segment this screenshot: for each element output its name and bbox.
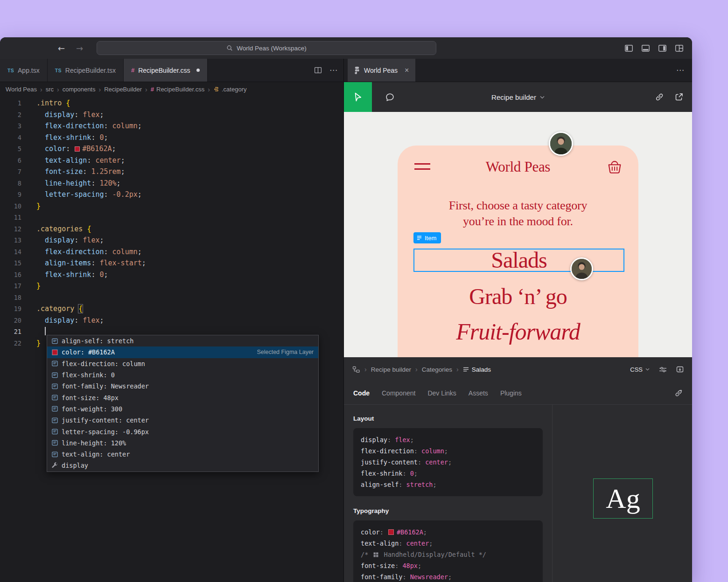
code-line[interactable]: 7 font-size: 1.25rem; bbox=[0, 166, 343, 178]
code-line[interactable]: 18 bbox=[0, 292, 343, 304]
language-selector[interactable]: CSS bbox=[630, 366, 650, 373]
suggest-item[interactable]: color: #B6162ASelected Figma Layer bbox=[47, 346, 318, 358]
code-line[interactable]: 5 color: #B6162A; bbox=[0, 143, 343, 155]
basket-icon[interactable] bbox=[606, 159, 623, 177]
breadcrumb-item[interactable]: src bbox=[46, 86, 54, 93]
suggest-item[interactable]: font-size: 48px bbox=[47, 392, 318, 403]
inspect-crumb-categories[interactable]: Categories bbox=[422, 366, 452, 373]
command-center[interactable]: World Peas (Workspace) bbox=[97, 41, 436, 55]
chevron-down-icon[interactable] bbox=[540, 96, 545, 99]
tab-label: RecipeBuilder.tsx bbox=[65, 67, 116, 74]
tab-app-tsx[interactable]: TS App.tsx bbox=[0, 59, 48, 82]
css-class-icon bbox=[213, 86, 219, 92]
suggest-item[interactable]: letter-spacing: -0.96px bbox=[47, 426, 318, 437]
brand-title[interactable]: World Peas bbox=[398, 159, 638, 175]
export-box-icon[interactable] bbox=[676, 366, 684, 373]
editor-pane: TS App.tsx TS RecipeBuilder.tsx # Recipe… bbox=[0, 59, 344, 582]
breadcrumb-file[interactable]: # RecipeBuilder.css bbox=[151, 86, 205, 93]
inspect-crumb-salads[interactable]: Salads bbox=[463, 366, 491, 373]
editor-layout-icon[interactable] bbox=[675, 44, 684, 53]
code-line[interactable]: 8 line-height: 120%; bbox=[0, 178, 343, 189]
layout-css-block[interactable]: display: flex;flex-direction: column;jus… bbox=[353, 428, 543, 496]
code-line[interactable]: 11 bbox=[0, 212, 343, 223]
suggest-item[interactable]: font-weight: 300 bbox=[47, 403, 318, 415]
breadcrumb-symbol[interactable]: .category bbox=[213, 86, 246, 93]
suggest-item[interactable]: display bbox=[47, 460, 318, 471]
tab-recipebuilder-tsx[interactable]: TS RecipeBuilder.tsx bbox=[48, 59, 124, 82]
breadcrumb-item[interactable]: components bbox=[63, 86, 96, 93]
suggest-item[interactable]: line-height: 120% bbox=[47, 437, 318, 449]
intro-text[interactable]: First, choose a tasty category you’re in… bbox=[407, 198, 629, 229]
css-property-line: font-family: Newsreader; bbox=[361, 571, 535, 582]
category-fruit-forward[interactable]: Fruit-forward bbox=[398, 318, 638, 345]
category-grab-n-go[interactable]: Grab ‘n’ go bbox=[398, 284, 638, 309]
suggest-item[interactable]: flex-shrink: 0 bbox=[47, 369, 318, 381]
selected-layer-badge[interactable]: Item bbox=[413, 232, 441, 243]
code-line[interactable]: 16 flex-shrink: 0; bbox=[0, 269, 343, 281]
tab-plugins[interactable]: Plugins bbox=[500, 389, 522, 397]
tab-recipebuilder-css[interactable]: # RecipeBuilder.css bbox=[124, 59, 208, 82]
settings-sliders-icon[interactable] bbox=[659, 366, 667, 373]
figma-more-actions-icon[interactable]: ⋯ bbox=[676, 65, 685, 75]
code-line[interactable]: 9 letter-spacing: -0.2px; bbox=[0, 189, 343, 201]
editor-more-actions-icon[interactable]: ⋯ bbox=[329, 65, 338, 75]
collaborator-avatar[interactable] bbox=[570, 257, 593, 280]
add-link-icon[interactable] bbox=[674, 389, 683, 397]
snippet-icon bbox=[51, 439, 58, 447]
code-line[interactable]: 19.category { bbox=[0, 303, 343, 315]
code-line[interactable]: 15 align-items: flex-start; bbox=[0, 257, 343, 269]
code-line[interactable]: 6 text-align: center; bbox=[0, 155, 343, 166]
line-number: 8 bbox=[0, 178, 21, 189]
code-line[interactable]: 12.categories { bbox=[0, 223, 343, 235]
inspect-crumb-recipe-builder[interactable]: Recipe builder bbox=[371, 366, 411, 373]
line-number: 13 bbox=[0, 235, 21, 246]
breadcrumb-item[interactable]: RecipeBuilder bbox=[104, 86, 142, 93]
comment-bubble-icon bbox=[385, 92, 395, 102]
design-frame-recipe-builder[interactable]: World Peas First, choose a tasty categor… bbox=[398, 146, 638, 357]
code-line[interactable]: 13 display: flex; bbox=[0, 235, 343, 246]
breadcrumb-item[interactable]: World Peas bbox=[6, 86, 37, 93]
code-line[interactable]: 14 flex-direction: column; bbox=[0, 246, 343, 258]
code-line[interactable]: 17} bbox=[0, 280, 343, 292]
snippet-icon bbox=[51, 371, 58, 379]
toggle-panel-icon[interactable] bbox=[641, 44, 650, 53]
close-icon[interactable]: × bbox=[405, 66, 409, 75]
collaborator-avatar[interactable] bbox=[549, 132, 573, 156]
select-tool-button[interactable] bbox=[344, 82, 372, 112]
suggest-item[interactable]: font-family: Newsreader bbox=[47, 381, 318, 392]
code-line[interactable]: 4 flex-shrink: 0; bbox=[0, 132, 343, 144]
category-salads[interactable]: Salads bbox=[491, 249, 546, 271]
code-line[interactable]: 10} bbox=[0, 201, 343, 212]
code-editor[interactable]: 1.intro {2 display: flex;3 flex-directio… bbox=[0, 97, 343, 582]
code-line[interactable]: 2 display: flex; bbox=[0, 109, 343, 121]
figma-page-title[interactable]: Recipe builder bbox=[491, 93, 536, 101]
comment-tool-button[interactable] bbox=[385, 92, 395, 102]
suggest-item[interactable]: flex-direction: column bbox=[47, 358, 318, 369]
open-external-icon[interactable] bbox=[674, 92, 684, 102]
font-preview-glyphs: Ag bbox=[606, 483, 640, 515]
back-button[interactable]: ← bbox=[58, 43, 65, 53]
split-editor-icon[interactable] bbox=[314, 66, 322, 74]
toggle-secondary-sidebar-icon[interactable] bbox=[658, 44, 667, 53]
code-line[interactable]: 20 display: flex; bbox=[0, 315, 343, 326]
layers-tree-icon[interactable] bbox=[352, 366, 360, 373]
code-line[interactable]: 3 flex-direction: column; bbox=[0, 120, 343, 132]
css-property-line: font-size: 48px; bbox=[361, 560, 535, 571]
copy-link-icon[interactable] bbox=[655, 92, 664, 102]
tab-code[interactable]: Code bbox=[353, 389, 370, 397]
typography-css-block[interactable]: color: #B6162A;text-align: center;/* Han… bbox=[353, 520, 543, 582]
suggest-item[interactable]: align-self: stretch bbox=[47, 335, 318, 346]
workspace-search-label: World Peas (Workspace) bbox=[237, 45, 307, 52]
code-line[interactable]: 1.intro { bbox=[0, 97, 343, 109]
figma-file-tab[interactable]: World Peas × bbox=[348, 59, 415, 82]
tab-component[interactable]: Component bbox=[382, 389, 415, 397]
figma-canvas[interactable]: World Peas First, choose a tasty categor… bbox=[344, 112, 692, 357]
suggest-item[interactable]: justify-content: center bbox=[47, 415, 318, 426]
tab-assets[interactable]: Assets bbox=[469, 389, 488, 397]
css-file-icon: # bbox=[131, 67, 134, 74]
tab-dev-links[interactable]: Dev Links bbox=[427, 389, 456, 397]
suggest-item[interactable]: text-align: center bbox=[47, 449, 318, 460]
forward-button[interactable]: → bbox=[76, 43, 83, 53]
typescript-file-icon: TS bbox=[55, 68, 62, 73]
toggle-sidebar-icon[interactable] bbox=[624, 44, 633, 53]
